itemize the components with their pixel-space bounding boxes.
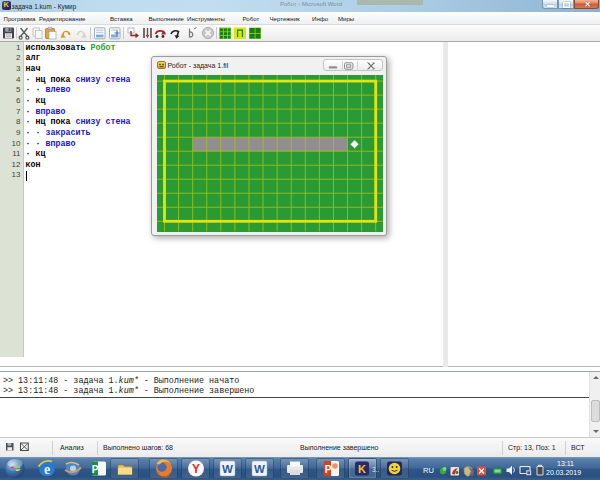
svg-text:W: W bbox=[254, 463, 265, 475]
svg-text:e: e bbox=[44, 462, 50, 477]
svg-text:3..: 3.. bbox=[372, 466, 379, 473]
svg-text:P: P bbox=[92, 464, 99, 475]
svg-text:K: K bbox=[358, 463, 366, 475]
svg-text:P: P bbox=[325, 464, 332, 475]
svg-text:Y: Y bbox=[192, 462, 200, 476]
svg-text:W: W bbox=[222, 463, 233, 475]
